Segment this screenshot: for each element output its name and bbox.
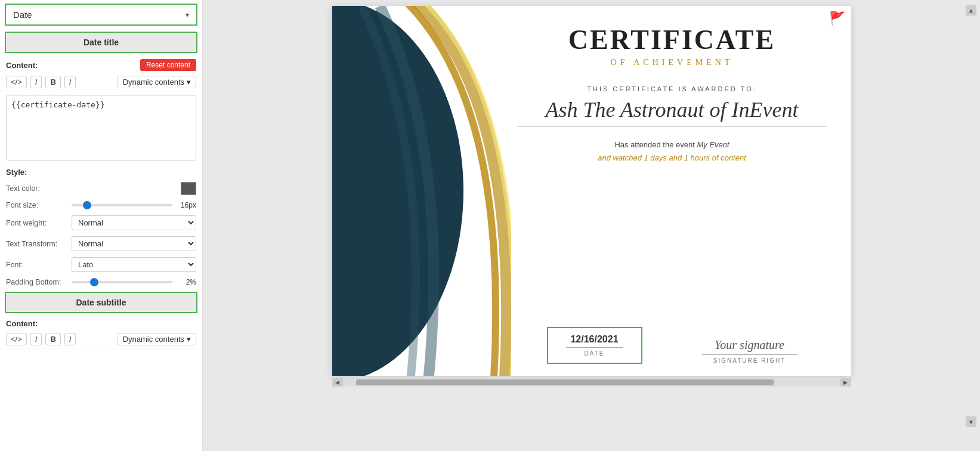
padding-bottom-value: 2%: [177, 278, 196, 286]
cert-recipient-name: Ash The Astronaut of InEvent: [517, 97, 827, 126]
right-panel: ▲ 🚩 CERTIFICATE OF ACHIEVEMENT THIS CERT…: [203, 0, 980, 451]
code-button[interactable]: </>: [6, 76, 27, 88]
cert-bottom-row: 12/16/2021 DATE Your signature SIGNATURE…: [517, 327, 827, 364]
toolbar-row-1: </> I B I Dynamic contents ▾: [0, 73, 202, 91]
cert-attended-line1: Has attended the event: [614, 140, 694, 149]
bold-icon-2: B: [50, 335, 55, 344]
font-size-row: Font size: 16px: [0, 198, 202, 212]
cert-date-value: 12/16/2021: [566, 334, 623, 348]
content-label: Content:: [6, 61, 38, 70]
reset-content-button[interactable]: Reset content: [140, 59, 196, 71]
cert-signature-value: Your signature: [702, 338, 797, 355]
font-size-value: 16px: [177, 201, 196, 209]
text-transform-label: Text Transform:: [6, 240, 72, 248]
italic-icon-4: I: [69, 335, 72, 344]
cert-attended-line2: and watched 1 days and 1 hours of conten…: [598, 153, 746, 162]
date-title-section-header[interactable]: Date title: [5, 32, 197, 53]
cert-signature-box: Your signature SIGNATURE RIGHT: [702, 338, 797, 364]
date-subtitle-section-header[interactable]: Date subtitle: [5, 292, 197, 313]
code-icon-2: </>: [11, 335, 22, 344]
cert-awarded-text: THIS CERTIFICATE IS AWARDED TO:: [587, 85, 757, 92]
font-weight-row: Font weight: Normal Bold Lighter Bolder: [0, 212, 202, 233]
font-weight-select[interactable]: Normal Bold Lighter Bolder: [72, 215, 196, 230]
font-row: Font: Lato Arial Georgia Times New Roman: [0, 254, 202, 275]
certificate-container: 🚩 CERTIFICATE OF ACHIEVEMENT THIS CERTIF…: [332, 6, 851, 376]
cert-title: CERTIFICATE: [568, 24, 775, 55]
cert-background-svg: [332, 6, 511, 376]
chevron-down-icon-2: ▾: [187, 78, 191, 87]
dynamic-contents-dropdown-2[interactable]: Dynamic contents ▾: [118, 333, 196, 345]
chevron-down-icon: ▾: [186, 11, 189, 19]
scrollbar-thumb[interactable]: [356, 379, 774, 385]
italic-button-2[interactable]: I: [64, 76, 76, 88]
chevron-down-icon-3: ▾: [187, 335, 191, 344]
bold-button-2[interactable]: B: [45, 333, 60, 345]
code-button-2[interactable]: </>: [6, 333, 27, 345]
italic-icon-2: I: [69, 78, 72, 87]
content-label-row: Content: Reset content: [0, 55, 202, 73]
font-size-label: Font size:: [6, 201, 72, 209]
padding-bottom-row: Padding Bottom: 2%: [0, 275, 202, 289]
dynamic-contents-dropdown[interactable]: Dynamic contents ▾: [118, 76, 196, 88]
italic-icon-3: I: [35, 335, 38, 344]
cert-signature-label: SIGNATURE RIGHT: [702, 357, 797, 364]
scroll-right-button[interactable]: ▶: [840, 378, 851, 387]
cert-date-box: 12/16/2021 DATE: [547, 327, 642, 364]
date-subtitle-content-label: Content:: [6, 319, 38, 328]
bold-button[interactable]: B: [45, 76, 60, 88]
italic-button-4[interactable]: I: [64, 333, 76, 345]
code-icon: </>: [11, 78, 22, 87]
text-color-swatch[interactable]: [181, 182, 196, 195]
padding-bottom-slider[interactable]: [72, 281, 172, 283]
cert-content-area: CERTIFICATE OF ACHIEVEMENT THIS CERTIFIC…: [493, 6, 851, 376]
left-panel: Date ▾ Date title Content: Reset content…: [0, 0, 203, 451]
padding-bottom-slider-container: 2%: [72, 278, 196, 286]
padding-bottom-label: Padding Bottom:: [6, 278, 72, 286]
font-weight-label: Font weight:: [6, 219, 72, 227]
scroll-left-button[interactable]: ◀: [332, 378, 343, 387]
font-size-slider[interactable]: [72, 204, 172, 206]
date-dropdown-label: Date: [13, 10, 32, 20]
date-subtitle-content-label-row: Content:: [0, 316, 202, 330]
text-transform-select[interactable]: Normal Uppercase Lowercase Capitalize: [72, 236, 196, 251]
content-textarea[interactable]: {{certificate-date}}: [6, 95, 196, 160]
cert-attended-text: Has attended the event My Event and watc…: [598, 138, 746, 165]
italic-icon: I: [35, 78, 38, 87]
italic-button-3[interactable]: I: [30, 333, 42, 345]
italic-button-1[interactable]: I: [30, 76, 42, 88]
date-dropdown[interactable]: Date ▾: [5, 4, 197, 26]
toolbar-row-2: </> I B I Dynamic contents ▾: [0, 330, 202, 348]
text-color-row: Text color:: [0, 179, 202, 198]
bold-icon: B: [50, 78, 55, 87]
font-label: Font:: [6, 261, 72, 269]
style-label: Style:: [0, 164, 202, 179]
font-size-slider-container: 16px: [72, 201, 196, 209]
cert-date-label: DATE: [566, 350, 623, 357]
cert-event-name: My Event: [697, 140, 729, 149]
scroll-up-button[interactable]: ▲: [966, 5, 976, 16]
text-transform-row: Text Transform: Normal Uppercase Lowerca…: [0, 233, 202, 254]
horizontal-scrollbar[interactable]: ◀ ▶: [332, 378, 851, 387]
scroll-down-button[interactable]: ▼: [966, 416, 976, 427]
text-color-label: Text color:: [6, 184, 72, 193]
font-select[interactable]: Lato Arial Georgia Times New Roman: [72, 257, 196, 272]
svg-point-0: [332, 6, 463, 376]
cert-subtitle: OF ACHIEVEMENT: [611, 58, 734, 67]
